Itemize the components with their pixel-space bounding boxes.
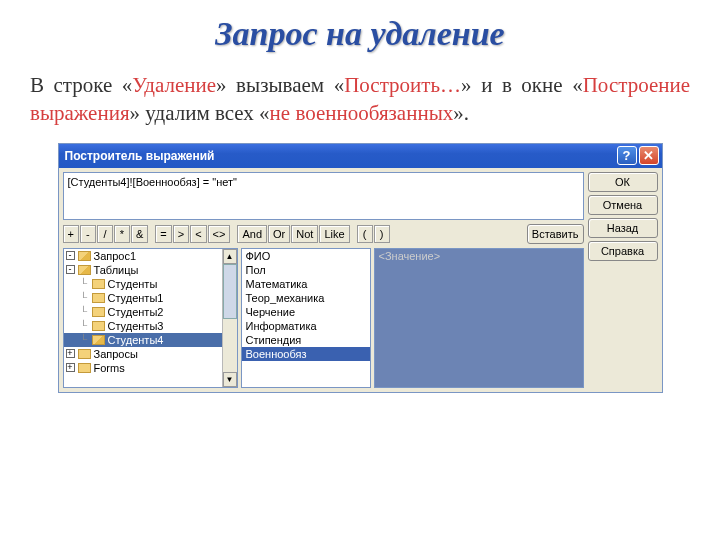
expand-icon[interactable]: + [66, 363, 75, 372]
op-button[interactable]: <> [208, 225, 231, 243]
insert-button[interactable]: Вставить [527, 224, 584, 244]
op-button[interactable]: - [80, 225, 96, 243]
dialog-title: Построитель выражений [65, 149, 615, 163]
folder-icon [78, 265, 91, 275]
tree-connector: └ [79, 292, 89, 303]
tree-item[interactable]: └Студенты2 [64, 305, 237, 319]
folder-icon [92, 335, 105, 345]
expression-input[interactable]: [Студенты4]![Военнообяз] = "нет" [63, 172, 584, 220]
tree-item[interactable]: └Студенты4 [64, 333, 237, 347]
expression-builder-dialog: Построитель выражений ? ✕ [Студенты4]![В… [58, 143, 663, 393]
cancel-button[interactable]: Отмена [588, 195, 658, 215]
field-item[interactable]: Стипендия [242, 333, 370, 347]
scroll-thumb[interactable] [223, 264, 237, 319]
tree-item[interactable]: +Запросы [64, 347, 237, 361]
fields-pane[interactable]: ФИОПолМатематикаТеор_механикаЧерчениеИнф… [241, 248, 371, 388]
slide-title: Запрос на удаление [30, 15, 690, 53]
collapse-icon[interactable]: - [66, 265, 75, 274]
value-placeholder[interactable]: <Значение> [375, 249, 583, 263]
tree-item[interactable]: └Студенты1 [64, 291, 237, 305]
close-icon[interactable]: ✕ [639, 146, 659, 165]
op-button[interactable]: = [155, 225, 171, 243]
tree-item-label: Студенты2 [108, 306, 164, 318]
tree-connector: └ [79, 320, 89, 331]
collapse-icon[interactable]: - [66, 251, 75, 260]
slide-description: В строке «Удаление» вызываем «Построить…… [30, 71, 690, 128]
tree-item-label: Запрос1 [94, 250, 137, 262]
expand-icon[interactable]: + [66, 349, 75, 358]
titlebar[interactable]: Построитель выражений ? ✕ [59, 144, 662, 168]
op-button[interactable]: + [63, 225, 79, 243]
tree-item-label: Студенты3 [108, 320, 164, 332]
tree-item[interactable]: -Таблицы [64, 263, 237, 277]
back-button[interactable]: Назад [588, 218, 658, 238]
tree-item[interactable]: └Студенты [64, 277, 237, 291]
field-item[interactable]: ФИО [242, 249, 370, 263]
operator-toolbar: +-/*&=><<>AndOrNotLike() Вставить [63, 224, 584, 244]
op-button[interactable]: ) [374, 225, 390, 243]
folder-icon [78, 363, 91, 373]
tree-connector: └ [79, 334, 89, 345]
field-item[interactable]: Математика [242, 277, 370, 291]
folder-icon [92, 321, 105, 331]
op-button[interactable]: * [114, 225, 130, 243]
op-button[interactable]: > [173, 225, 189, 243]
op-button[interactable]: / [97, 225, 113, 243]
tree-item-label: Студенты1 [108, 292, 164, 304]
field-item[interactable]: Информатика [242, 319, 370, 333]
tree-item[interactable]: -Запрос1 [64, 249, 237, 263]
scroll-up-icon[interactable]: ▲ [223, 249, 237, 264]
field-item[interactable]: Черчение [242, 305, 370, 319]
ok-button[interactable]: ОК [588, 172, 658, 192]
op-button[interactable]: & [131, 225, 148, 243]
tree-connector: └ [79, 278, 89, 289]
tree-item-label: Студенты4 [108, 334, 164, 346]
op-button[interactable]: ( [357, 225, 373, 243]
scrollbar[interactable]: ▲ ▼ [222, 249, 237, 387]
tree-item[interactable]: └Студенты3 [64, 319, 237, 333]
field-item[interactable]: Пол [242, 263, 370, 277]
tree-item-label: Таблицы [94, 264, 139, 276]
op-button[interactable]: < [190, 225, 206, 243]
tree-item-label: Студенты [108, 278, 158, 290]
values-pane[interactable]: <Значение> [374, 248, 584, 388]
op-button[interactable]: Like [319, 225, 349, 243]
folder-icon [92, 307, 105, 317]
tree-connector: └ [79, 306, 89, 317]
op-button[interactable]: And [237, 225, 267, 243]
folder-icon [78, 251, 91, 261]
field-item[interactable]: Теор_механика [242, 291, 370, 305]
scroll-down-icon[interactable]: ▼ [223, 372, 237, 387]
tree-item[interactable]: +Forms [64, 361, 237, 375]
help-button[interactable]: Справка [588, 241, 658, 261]
op-button[interactable]: Or [268, 225, 290, 243]
tree-item-label: Forms [94, 362, 125, 374]
categories-pane[interactable]: -Запрос1-Таблицы└Студенты└Студенты1└Студ… [63, 248, 238, 388]
folder-icon [78, 349, 91, 359]
folder-icon [92, 293, 105, 303]
help-icon[interactable]: ? [617, 146, 637, 165]
tree-item-label: Запросы [94, 348, 138, 360]
folder-icon [92, 279, 105, 289]
op-button[interactable]: Not [291, 225, 318, 243]
field-item[interactable]: Военнообяз [242, 347, 370, 361]
